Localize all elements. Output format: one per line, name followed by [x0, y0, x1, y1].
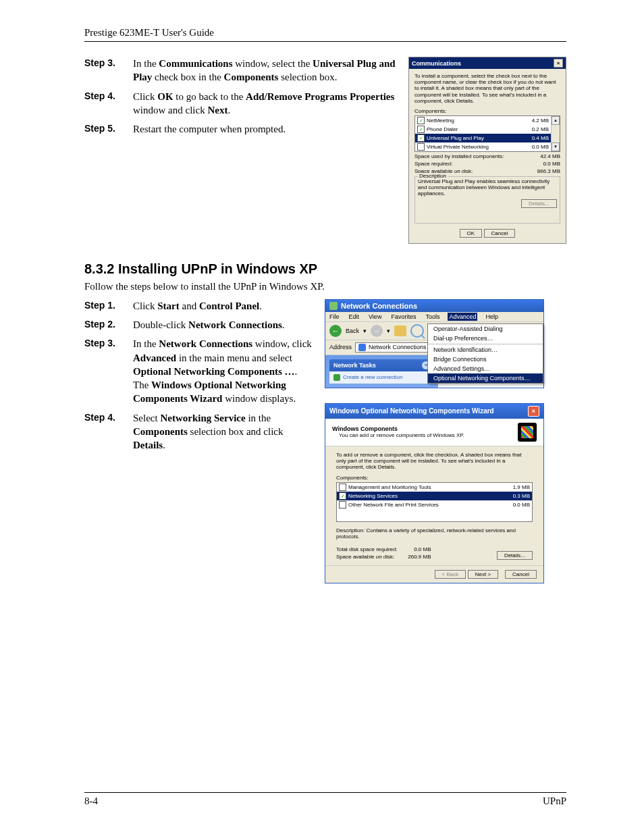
menu-help[interactable]: Help: [484, 313, 500, 321]
step-body: Click Start and Control Panel.: [133, 299, 314, 313]
checkbox-icon[interactable]: ✓: [417, 134, 425, 142]
section-name: UPnP: [543, 796, 566, 807]
step-label: Step 5.: [84, 122, 133, 136]
step-label: Step 2.: [84, 318, 133, 332]
components-label: Components:: [414, 108, 560, 114]
menu-item[interactable]: Operator-Assisted Dialing: [428, 324, 543, 334]
components-label: Components:: [336, 475, 533, 481]
menu-item[interactable]: Dial-up Preferences…: [428, 334, 543, 343]
header-title: Prestige 623ME-T User's Guide: [84, 27, 214, 38]
location-icon: [358, 344, 366, 351]
list-item[interactable]: Virtual Private Networking 0.0 MB: [415, 142, 551, 151]
menu-item[interactable]: Optional Networking Components…: [428, 373, 543, 383]
dialog-title: Communications: [412, 60, 461, 67]
components-listbox[interactable]: ✓ NetMeeting 4.2 MB ✓ Phone Dialer 0.2 M…: [414, 115, 560, 152]
scrollbar[interactable]: ▲ ▼: [551, 116, 560, 151]
task-header[interactable]: Network Tasks »: [329, 359, 434, 371]
step-body: Click OK to go back to the Add/Remove Pr…: [133, 90, 398, 118]
forward-icon[interactable]: →: [371, 325, 383, 337]
task-link[interactable]: Create a new connection: [333, 374, 430, 381]
checkbox-icon[interactable]: [417, 143, 425, 151]
step-body: Select Networking Service in the Compone…: [133, 411, 314, 452]
dialog-titlebar: Windows Optional Networking Components W…: [325, 404, 543, 419]
steps-section-2: Step 1. Click Start and Control Panel. S…: [84, 299, 314, 452]
close-icon[interactable]: ×: [554, 59, 563, 68]
wizard-header: Windows Components You can add or remove…: [325, 419, 543, 446]
section-heading: 8.3.2 Installing UPnP in Windows XP: [84, 261, 566, 277]
dialog-instructions: To add or remove a component, click the …: [336, 452, 533, 471]
details-button[interactable]: Details...: [521, 199, 557, 208]
menubar: File Edit View Favorites Tools Advanced …: [325, 312, 543, 322]
checkbox-icon[interactable]: ✓: [339, 492, 346, 500]
checkbox-icon[interactable]: ✓: [417, 117, 425, 124]
list-item[interactable]: ✓ NetMeeting 4.2 MB: [415, 116, 551, 125]
menu-item[interactable]: Network Identification…: [428, 345, 543, 355]
menu-tools[interactable]: Tools: [424, 313, 441, 321]
menu-file[interactable]: File: [328, 313, 341, 321]
network-connections-window: Network Connections File Edit View Favor…: [325, 299, 544, 388]
list-item[interactable]: ✓ Universal Plug and Play 0.4 MB: [415, 134, 551, 142]
window-title: Network Connections: [341, 302, 417, 310]
back-label[interactable]: Back: [346, 328, 359, 334]
communications-dialog: Communications × To install a component,…: [408, 57, 566, 244]
page-footer: 8-4 UPnP: [84, 792, 566, 807]
cancel-button[interactable]: Cancel: [484, 229, 516, 238]
step-label: Step 4.: [84, 90, 133, 118]
step-body: Restart the computer when prompted.: [133, 122, 398, 136]
menu-favorites[interactable]: Favorites: [390, 313, 417, 321]
menu-edit[interactable]: Edit: [348, 313, 361, 321]
step-label: Step 3.: [84, 57, 133, 84]
menu-separator: [428, 344, 543, 344]
menu-item[interactable]: Bridge Connections: [428, 355, 543, 364]
section-intro: Follow the steps below to install the UP…: [84, 281, 566, 292]
checkbox-icon[interactable]: ✓: [417, 126, 425, 133]
windows-logo-icon: [518, 423, 537, 442]
back-icon[interactable]: ←: [329, 325, 342, 337]
menu-advanced[interactable]: Advanced: [448, 313, 477, 321]
menu-item[interactable]: Advanced Settings…: [428, 364, 543, 373]
dialog-title: Windows Optional Networking Components W…: [329, 407, 494, 415]
address-label: Address: [329, 344, 352, 350]
search-icon[interactable]: [410, 324, 424, 338]
list-item[interactable]: ✓ Networking Services 0.3 MB: [337, 492, 532, 500]
scroll-down-icon[interactable]: ▼: [552, 142, 560, 151]
network-icon: [329, 302, 338, 310]
dialog-instructions: To install a component, select the check…: [414, 73, 560, 104]
up-folder-icon[interactable]: [394, 325, 406, 336]
checkbox-icon[interactable]: [339, 501, 346, 509]
list-item[interactable]: Management and Monitoring Tools 1.9 MB: [337, 483, 532, 492]
step-label: Step 4.: [84, 411, 133, 452]
menu-view[interactable]: View: [367, 313, 383, 321]
list-item[interactable]: Other Network File and Print Services 0.…: [337, 500, 532, 509]
step-label: Step 1.: [84, 299, 133, 313]
step-label: Step 3.: [84, 337, 133, 405]
page-number: 8-4: [84, 796, 98, 807]
description-box: Description Universal Plug and Play enab…: [414, 176, 560, 224]
close-icon[interactable]: ×: [528, 406, 539, 417]
page-header: Prestige 623ME-T User's Guide: [84, 27, 566, 42]
step-body: In the Communications window, select the…: [133, 57, 398, 84]
ok-button[interactable]: OK: [460, 229, 483, 238]
details-button[interactable]: Details...: [497, 551, 533, 560]
advanced-dropdown: Operator-Assisted Dialing Dial-up Prefer…: [427, 323, 543, 384]
new-connection-icon: [333, 374, 340, 381]
cancel-button[interactable]: Cancel: [505, 570, 537, 579]
dialog-titlebar: Communications ×: [409, 57, 566, 69]
next-button[interactable]: Next >: [468, 570, 498, 579]
components-listbox[interactable]: Management and Monitoring Tools 1.9 MB ✓…: [336, 482, 533, 522]
wizard-dialog: Windows Optional Networking Components W…: [325, 403, 544, 583]
step-body: In the Network Connections window, click…: [133, 337, 314, 405]
back-button[interactable]: < Back: [435, 570, 466, 579]
step-body: Double-click Network Connections.: [133, 318, 314, 332]
checkbox-icon[interactable]: [339, 484, 346, 491]
scroll-up-icon[interactable]: ▲: [552, 116, 560, 125]
task-panel: Network Tasks » Create a new connection: [325, 355, 438, 388]
window-titlebar: Network Connections: [325, 300, 543, 312]
steps-section-1: Step 3. In the Communications window, se…: [84, 57, 398, 136]
list-item[interactable]: ✓ Phone Dialer 0.2 MB: [415, 125, 551, 134]
